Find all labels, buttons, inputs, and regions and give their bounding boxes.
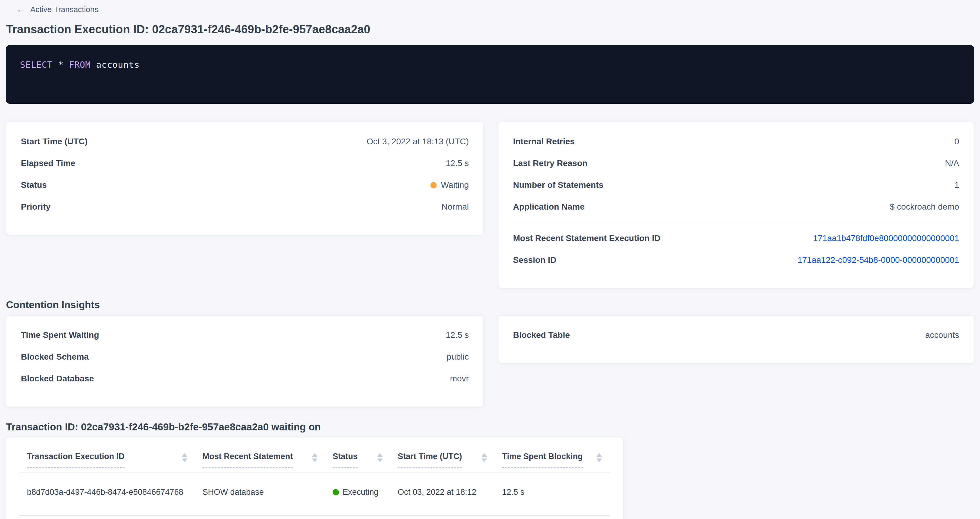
blocked-schema-value: public <box>447 352 469 362</box>
page-title: Transaction Execution ID: 02ca7931-f246-… <box>6 23 974 36</box>
cell-start-time: Oct 03, 2022 at 18:12 <box>390 487 495 497</box>
column-header-label: Status <box>332 451 358 468</box>
summary-cards-row: Start Time (UTC) Oct 3, 2022 at 18:13 (U… <box>6 122 974 288</box>
sort-icon <box>182 453 187 462</box>
column-header-time-spent-blocking[interactable]: Time Spent Blocking <box>495 451 610 468</box>
last-retry-reason-label: Last Retry Reason <box>513 159 587 168</box>
summary-row-time-spent-waiting: Time Spent Waiting 12.5 s <box>21 324 469 346</box>
status-executing-dot-icon <box>332 489 339 495</box>
sql-keyword: FROM <box>69 60 91 70</box>
sort-icon <box>312 453 318 462</box>
table-row: b8d7d03a-d497-446b-8474-e50846674768 SHO… <box>20 472 610 515</box>
summary-row-start-time: Start Time (UTC) Oct 3, 2022 at 18:13 (U… <box>21 131 469 152</box>
summary-row-blocked-database: Blocked Database movr <box>21 368 469 390</box>
status-text: Waiting <box>441 180 469 190</box>
column-header-label: Start Time (UTC) <box>398 451 462 468</box>
number-of-statements-label: Number of Statements <box>513 180 603 190</box>
status-waiting-dot-icon <box>430 182 437 189</box>
summary-row-session-id: Session ID 171aa122-c092-54b8-0000-00000… <box>513 249 959 271</box>
status-label: Status <box>21 180 47 190</box>
card-divider <box>513 222 959 223</box>
column-header-label: Time Spent Blocking <box>502 451 583 468</box>
start-time-label: Start Time (UTC) <box>21 137 88 146</box>
contention-cards-row: Time Spent Waiting 12.5 s Blocked Schema… <box>6 316 974 407</box>
internal-retries-label: Internal Retries <box>513 137 575 146</box>
breadcrumb-label: Active Transactions <box>30 5 99 14</box>
waiting-on-heading: Transaction ID: 02ca7931-f246-469b-b2fe-… <box>6 421 974 433</box>
transaction-details-page: ← Active Transactions Transaction Execut… <box>0 0 980 519</box>
blocked-schema-label: Blocked Schema <box>21 352 89 362</box>
session-id-label: Session ID <box>513 255 556 265</box>
time-spent-waiting-value: 12.5 s <box>446 330 469 340</box>
arrow-left-icon: ← <box>16 5 25 14</box>
sql-keyword: SELECT <box>20 60 52 70</box>
last-retry-reason-value: N/A <box>945 159 959 168</box>
elapsed-time-label: Elapsed Time <box>21 159 75 168</box>
summary-row-priority: Priority Normal <box>21 196 469 218</box>
sort-icon <box>597 453 602 462</box>
summary-row-statement-execution-id: Most Recent Statement Execution ID 171aa… <box>513 227 959 249</box>
transaction-summary-card: Start Time (UTC) Oct 3, 2022 at 18:13 (U… <box>6 122 484 235</box>
blocked-table-label: Blocked Table <box>513 330 570 340</box>
summary-row-application-name: Application Name $ cockroach demo <box>513 196 959 218</box>
cell-status: Executing <box>325 487 390 497</box>
breadcrumb-active-transactions[interactable]: ← Active Transactions <box>16 4 974 14</box>
time-spent-waiting-label: Time Spent Waiting <box>21 330 99 340</box>
application-name-label: Application Name <box>513 202 584 212</box>
statement-execution-id-label: Most Recent Statement Execution ID <box>513 233 660 243</box>
status-value: Waiting <box>430 180 469 190</box>
priority-value: Normal <box>442 202 469 212</box>
priority-label: Priority <box>21 202 51 212</box>
column-header-label: Transaction Execution ID <box>27 451 125 468</box>
number-of-statements-value: 1 <box>954 180 959 190</box>
column-header-transaction-execution-id[interactable]: Transaction Execution ID <box>20 451 195 468</box>
blocked-table-card: Blocked Table accounts <box>498 316 974 363</box>
internal-retries-value: 0 <box>954 137 959 146</box>
sql-statement-box: SELECT * FROM accounts <box>6 45 974 104</box>
sort-icon <box>377 453 383 462</box>
cell-transaction-execution-id: b8d7d03a-d497-446b-8474-e50846674768 <box>20 487 195 497</box>
column-header-start-time[interactable]: Start Time (UTC) <box>390 451 495 468</box>
summary-row-internal-retries: Internal Retries 0 <box>513 131 959 152</box>
table-header-row: Transaction Execution ID Most Recent Sta… <box>20 437 610 468</box>
sql-table-name: accounts <box>91 60 140 70</box>
summary-row-status: Status Waiting <box>21 174 469 196</box>
execution-attributes-card: Internal Retries 0 Last Retry Reason N/A… <box>498 122 974 288</box>
summary-row-blocked-table: Blocked Table accounts <box>513 324 959 346</box>
start-time-value: Oct 3, 2022 at 18:13 (UTC) <box>366 137 469 146</box>
column-header-most-recent-statement[interactable]: Most Recent Statement <box>195 451 325 468</box>
blocked-database-label: Blocked Database <box>21 374 94 384</box>
sort-icon <box>482 453 487 462</box>
summary-row-last-retry-reason: Last Retry Reason N/A <box>513 152 959 174</box>
session-id-link[interactable]: 171aa122-c092-54b8-0000-000000000001 <box>797 255 959 265</box>
table-bottom-padding <box>20 516 610 519</box>
summary-row-blocked-schema: Blocked Schema public <box>21 346 469 368</box>
cell-time-spent-blocking: 12.5 s <box>495 487 610 497</box>
contention-insights-heading: Contention Insights <box>6 299 974 311</box>
statement-execution-id-link[interactable]: 171aa1b478fdf0e80000000000000001 <box>813 233 959 243</box>
column-header-status[interactable]: Status <box>325 451 390 468</box>
sql-text: * <box>52 60 69 70</box>
cell-most-recent-statement: SHOW database <box>195 487 325 497</box>
elapsed-time-value: 12.5 s <box>446 159 469 168</box>
status-text: Executing <box>343 487 379 497</box>
waiting-on-table: Transaction Execution ID Most Recent Sta… <box>6 437 624 519</box>
column-header-label: Most Recent Statement <box>202 451 293 468</box>
contention-details-card: Time Spent Waiting 12.5 s Blocked Schema… <box>6 316 484 407</box>
blocked-table-value: accounts <box>925 330 959 340</box>
application-name-value: $ cockroach demo <box>890 202 959 212</box>
summary-row-elapsed-time: Elapsed Time 12.5 s <box>21 152 469 174</box>
blocked-database-value: movr <box>450 374 469 384</box>
summary-row-number-of-statements: Number of Statements 1 <box>513 174 959 196</box>
